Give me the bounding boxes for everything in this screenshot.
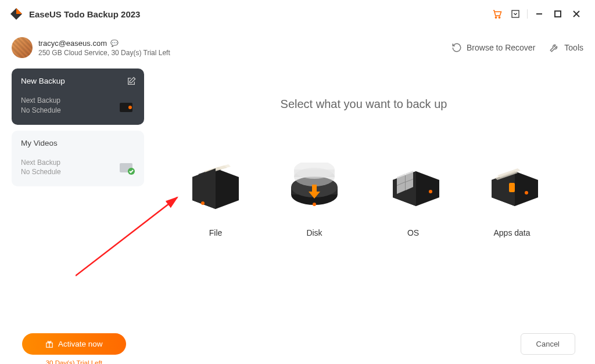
user-email: tracyc@easeus.com: [38, 39, 107, 48]
footer: Activate now 30 Day(s) Trial Left Cancel: [0, 333, 595, 355]
sidebar-card-my-videos[interactable]: My Videos Next Backup No Schedule: [12, 131, 144, 187]
disk-icon: [282, 160, 346, 218]
trial-left-label: 30 Day(s) Trial Left: [46, 359, 102, 364]
option-apps-data[interactable]: Apps data: [463, 160, 561, 237]
option-label: OS: [407, 228, 419, 237]
backup-complete-icon: [119, 161, 136, 178]
avatar[interactable]: [12, 37, 33, 58]
wrench-icon: [549, 42, 560, 53]
app-title: EaseUS Todo Backup 2023: [29, 9, 140, 19]
refresh-icon: [451, 42, 462, 53]
option-label: File: [209, 228, 223, 237]
apps-data-icon: [480, 160, 544, 218]
svg-point-2: [495, 17, 496, 18]
svg-rect-4: [512, 10, 519, 17]
svg-marker-1: [16, 8, 22, 14]
activate-label: Activate now: [58, 340, 103, 348]
tools-label: Tools: [564, 43, 583, 52]
maximize-button[interactable]: [549, 5, 567, 23]
browse-recover-label: Browse to Recover: [467, 43, 535, 52]
minimize-button[interactable]: [530, 5, 549, 23]
card-title: New Backup: [21, 77, 135, 85]
backup-options: File Disk: [144, 160, 583, 237]
svg-point-10: [128, 106, 132, 109]
app-logo-icon: [9, 7, 23, 21]
file-icon: [184, 160, 248, 218]
cancel-button[interactable]: Cancel: [521, 333, 575, 355]
message-icon[interactable]: 💬: [110, 39, 119, 47]
card-line2: No Schedule: [21, 106, 135, 116]
user-info: tracyc@easeus.com 💬 250 GB Cloud Service…: [38, 39, 170, 57]
option-file[interactable]: File: [166, 160, 265, 237]
user-status: 250 GB Cloud Service, 30 Day(s) Trial Le…: [38, 49, 170, 57]
body: New Backup Next Backup No Schedule My Vi…: [0, 69, 595, 237]
dropdown-menu-icon[interactable]: [506, 5, 525, 23]
close-button[interactable]: [567, 5, 586, 23]
card-title: My Videos: [21, 139, 135, 147]
option-os[interactable]: OS: [364, 160, 463, 237]
card-line1: Next Backup: [21, 96, 135, 106]
gift-icon: [45, 340, 53, 348]
divider: [527, 9, 528, 19]
option-label: Apps data: [493, 228, 530, 237]
header-row: tracyc@easeus.com 💬 250 GB Cloud Service…: [0, 28, 595, 69]
os-icon: [381, 160, 445, 218]
cart-icon[interactable]: [488, 5, 506, 23]
edit-icon[interactable]: [127, 77, 136, 88]
option-label: Disk: [306, 228, 322, 237]
titlebar: EaseUS Todo Backup 2023: [0, 0, 595, 28]
tools-button[interactable]: Tools: [549, 42, 583, 53]
option-disk[interactable]: Disk: [265, 160, 364, 237]
backup-device-icon: [119, 100, 136, 117]
sidebar: New Backup Next Backup No Schedule My Vi…: [12, 69, 144, 237]
main-panel: Select what you want to back up File: [144, 69, 583, 237]
card-line1: Next Backup: [21, 158, 135, 168]
svg-point-34: [429, 190, 432, 193]
browse-to-recover-button[interactable]: Browse to Recover: [451, 42, 535, 53]
main-heading: Select what you want to back up: [281, 98, 447, 111]
svg-rect-6: [555, 11, 561, 17]
activate-now-button[interactable]: Activate now: [22, 333, 126, 355]
card-line2: No Schedule: [21, 167, 135, 177]
svg-rect-39: [509, 183, 515, 192]
svg-point-3: [499, 17, 500, 18]
svg-point-18: [201, 201, 205, 205]
svg-point-26: [313, 203, 316, 206]
svg-point-40: [525, 191, 528, 194]
sidebar-card-new-backup[interactable]: New Backup Next Backup No Schedule: [12, 69, 144, 125]
